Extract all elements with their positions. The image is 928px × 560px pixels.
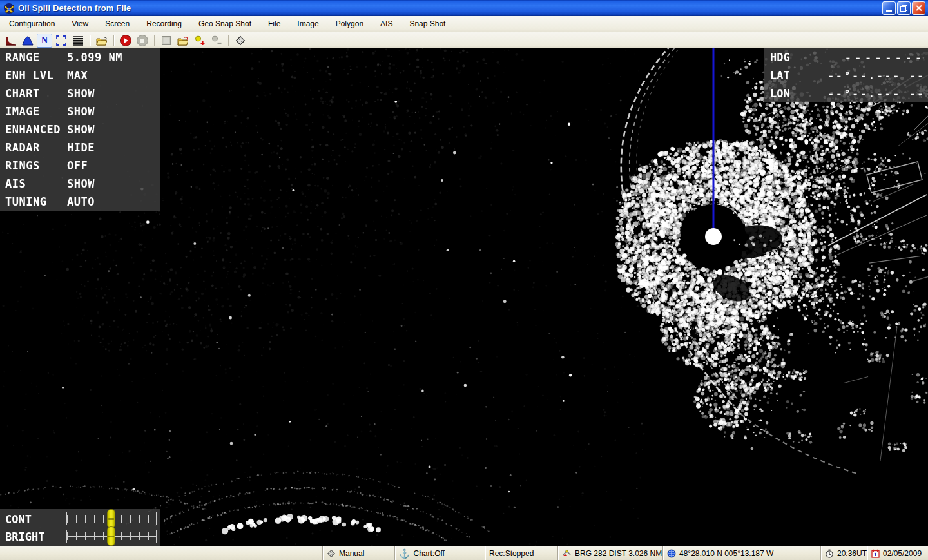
- lat-label: LAT: [770, 69, 790, 82]
- record-stop-button[interactable]: [135, 34, 150, 48]
- status-mode: Manual: [322, 546, 394, 560]
- time-text: 20:36UTC: [837, 549, 867, 558]
- polygon-tool-button[interactable]: [233, 34, 248, 48]
- restore-icon: [900, 5, 907, 12]
- menu-file[interactable]: File: [260, 17, 289, 31]
- open-image-folder-button[interactable]: [175, 34, 191, 48]
- status-position: 48°28.010 N 005°13.187 W: [662, 546, 820, 560]
- nav-data-panel: HDG-------- LAT--°--.--- -- LON--°--.---…: [764, 48, 928, 102]
- restore-button[interactable]: [897, 1, 911, 15]
- selection-box-button[interactable]: [53, 34, 69, 48]
- red-histogram-icon: [5, 34, 17, 47]
- menu-recording[interactable]: Recording: [138, 17, 190, 31]
- contrast-row: CONT: [0, 510, 160, 528]
- title-bar: Oil Spill Detection from File: [0, 0, 928, 16]
- close-icon: [915, 5, 922, 12]
- app-icon: [3, 3, 15, 14]
- selection-box-icon: [55, 34, 68, 47]
- toolbar-separator: [113, 35, 114, 46]
- minimize-button[interactable]: [882, 1, 896, 15]
- add-point-icon: [193, 34, 206, 47]
- menu-view[interactable]: View: [63, 17, 97, 31]
- tuning-label: TUNING: [5, 195, 46, 208]
- clock-icon: [825, 549, 834, 558]
- radar-settings-panel: RANGE5.099 NM ENH LVLMAX CHARTSHOW IMAGE…: [0, 48, 160, 211]
- north-indicator-icon: N: [41, 36, 48, 45]
- lon-row: LON--°--.--- --: [764, 84, 928, 102]
- image-row[interactable]: IMAGESHOW: [0, 102, 160, 121]
- radar-value: HIDE: [67, 141, 95, 154]
- lat-row: LAT--°--.--- --: [764, 66, 928, 84]
- menu-image[interactable]: Image: [289, 17, 327, 31]
- ais-label: AIS: [5, 177, 26, 190]
- toolbar-separator: [90, 35, 90, 46]
- add-point-button[interactable]: [192, 34, 208, 48]
- chart-row[interactable]: CHARTSHOW: [0, 84, 160, 102]
- window-title: Oil Spill Detection from File: [18, 3, 131, 13]
- image-placeholder-button[interactable]: [159, 34, 174, 48]
- display-controls-panel: CONT BRIGHT: [0, 509, 160, 546]
- remove-point-icon: [210, 34, 223, 47]
- status-bearing: BRG 282 DIST 3.026 NM: [557, 546, 662, 560]
- brightness-slider[interactable]: [66, 530, 157, 543]
- open-image-folder-icon: [177, 34, 189, 47]
- range-label: RANGE: [5, 51, 40, 64]
- enh-lvl-label: ENH LVL: [5, 69, 53, 82]
- status-bar: Manual ⚓ Chart:Off Rec:Stopped BRG 282 D…: [0, 546, 928, 560]
- brightness-row: BRIGHT: [0, 528, 160, 545]
- open-folder-icon: [95, 34, 108, 47]
- hdg-label: HDG: [770, 51, 790, 64]
- image-placeholder-icon: [160, 34, 173, 47]
- tuning-value: AUTO: [67, 195, 95, 208]
- polygon-tool-icon: [234, 34, 247, 47]
- open-file-button[interactable]: [94, 34, 110, 48]
- status-date: 02/05/2009: [867, 546, 928, 560]
- mode-diamond-icon: [327, 549, 336, 558]
- enhanced-row[interactable]: ENHANCEDSHOW: [0, 121, 160, 139]
- status-recording: Rec:Stopped: [485, 546, 557, 560]
- radar-row[interactable]: RADARHIDE: [0, 139, 160, 157]
- line-list-button[interactable]: [70, 34, 86, 48]
- toolbar: N: [0, 32, 928, 48]
- brightness-slider-handle[interactable]: [107, 526, 115, 546]
- mode-text: Manual: [339, 549, 364, 558]
- enhanced-label: ENHANCED: [5, 123, 61, 136]
- range-row[interactable]: RANGE5.099 NM: [0, 48, 160, 66]
- globe-icon: [667, 549, 676, 558]
- menu-polygon[interactable]: Polygon: [327, 17, 372, 31]
- menu-geo-snap-shot[interactable]: Geo Snap Shot: [190, 17, 260, 31]
- close-button[interactable]: [912, 1, 925, 15]
- enh-lvl-row[interactable]: ENH LVLMAX: [0, 66, 160, 84]
- menu-bar: Configuration View Screen Recording Geo …: [0, 16, 928, 32]
- bearing-compass-icon: [562, 549, 572, 558]
- red-histogram-button[interactable]: [3, 34, 19, 48]
- menu-configuration[interactable]: Configuration: [1, 17, 63, 31]
- status-empty: [0, 546, 322, 560]
- blue-histogram-button[interactable]: [20, 34, 35, 48]
- menu-screen[interactable]: Screen: [97, 17, 138, 31]
- enhanced-value: SHOW: [67, 123, 95, 136]
- brightness-label: BRIGHT: [5, 530, 44, 543]
- contrast-slider-handle[interactable]: [107, 509, 115, 528]
- rings-row[interactable]: RINGSOFF: [0, 157, 160, 175]
- tuning-row[interactable]: TUNINGAUTO: [0, 193, 160, 211]
- menu-snap-shot[interactable]: Snap Shot: [401, 17, 454, 31]
- chart-text: Chart:Off: [413, 549, 444, 558]
- record-play-icon: [119, 34, 132, 47]
- record-play-button[interactable]: [118, 34, 133, 48]
- rings-value: OFF: [67, 159, 88, 172]
- hdg-value: --------: [845, 52, 925, 64]
- ais-row[interactable]: AISSHOW: [0, 175, 160, 193]
- lat-value: --°--.--- --: [827, 70, 925, 82]
- position-text: 48°28.010 N 005°13.187 W: [679, 549, 773, 558]
- remove-point-button[interactable]: [209, 34, 224, 48]
- menu-ais[interactable]: AIS: [372, 17, 401, 31]
- status-chart: ⚓ Chart:Off: [394, 546, 485, 560]
- bearing-text: BRG 282 DIST 3.026 NM: [575, 549, 662, 558]
- toolbar-separator: [154, 35, 155, 46]
- lon-label: LON: [770, 87, 790, 100]
- range-value: 5.099 NM: [67, 51, 122, 64]
- north-up-button[interactable]: N: [37, 34, 52, 48]
- chart-value: SHOW: [67, 87, 95, 100]
- contrast-slider[interactable]: [66, 512, 157, 525]
